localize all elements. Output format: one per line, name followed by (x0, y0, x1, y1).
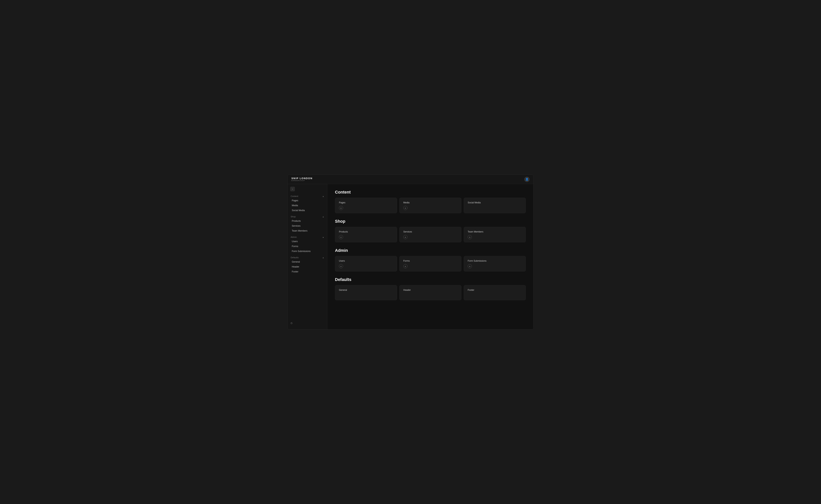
logout-button[interactable]: ⎋ (288, 320, 327, 327)
chevron-up-icon-defaults: ▲ (322, 257, 324, 259)
chevron-up-icon: ▲ (322, 195, 324, 197)
card-users-label: Users (339, 260, 393, 262)
card-pages-label: Pages (339, 201, 393, 204)
sidebar-item-social-media[interactable]: Social Media (289, 208, 326, 213)
section-shop-title: Shop (335, 219, 526, 224)
sidebar-item-products[interactable]: Products (289, 219, 326, 223)
card-services[interactable]: Services + (399, 227, 461, 242)
admin-cards-grid: Users + Forms + Form Submissions + (335, 256, 526, 271)
card-general-label: General (339, 289, 393, 291)
logout-icon: ⎋ (291, 321, 293, 325)
card-users-add-button[interactable]: + (339, 264, 343, 268)
sidebar-item-pages[interactable]: Pages (289, 198, 326, 203)
section-admin-title: Admin (335, 248, 526, 253)
card-footer[interactable]: Footer (464, 285, 526, 300)
card-forms[interactable]: Forms + (399, 256, 461, 271)
card-team-members[interactable]: Team Members + (464, 227, 526, 242)
sidebar-section-shop: Shop ▲ (288, 214, 327, 219)
card-footer-label: Footer (468, 289, 522, 291)
card-form-submissions-add-button[interactable]: + (468, 264, 472, 268)
card-services-add-button[interactable]: + (403, 235, 407, 239)
logo: SNIP LONDON BARBERSHOP (291, 177, 313, 181)
sidebar-item-media[interactable]: Media (289, 203, 326, 208)
card-products[interactable]: Products + (335, 227, 397, 242)
card-media[interactable]: Media + (399, 198, 461, 213)
sidebar-item-footer[interactable]: Footer (289, 269, 326, 274)
card-header[interactable]: Header (399, 285, 461, 300)
card-team-members-label: Team Members (468, 230, 522, 233)
sidebar-section-defaults: Defaults ▲ (288, 255, 327, 259)
card-services-label: Services (403, 230, 457, 233)
sidebar: ‹ Content ▲ Pages Media Social Media Sho… (288, 184, 327, 329)
sidebar-section-shop-label: Shop (291, 215, 296, 218)
card-pages-add-button[interactable]: + (339, 206, 343, 210)
sidebar-item-general[interactable]: General (289, 260, 326, 264)
card-form-submissions[interactable]: Form Submissions + (464, 256, 526, 271)
sidebar-section-content: Content ▲ (288, 194, 327, 198)
section-content: Content Pages + Media + Social Media (335, 190, 526, 213)
sidebar-item-header[interactable]: Header (289, 264, 326, 269)
app-layout: ‹ Content ▲ Pages Media Social Media Sho… (288, 184, 533, 329)
card-products-add-button[interactable]: + (339, 235, 343, 239)
chevron-up-icon-shop: ▲ (322, 216, 324, 218)
section-content-title: Content (335, 190, 526, 195)
content-cards-grid: Pages + Media + Social Media (335, 198, 526, 213)
card-forms-add-button[interactable]: + (403, 264, 407, 268)
chevron-up-icon-admin: ▲ (322, 236, 324, 238)
app-window: SNIP LONDON BARBERSHOP 👤 ‹ Content ▲ Pag… (288, 174, 533, 330)
card-products-label: Products (339, 230, 393, 233)
sidebar-collapse-button[interactable]: ‹ (290, 187, 295, 191)
section-shop: Shop Products + Services + Team Members … (335, 219, 526, 242)
sidebar-item-forms[interactable]: Forms (289, 244, 326, 249)
user-avatar[interactable]: 👤 (524, 177, 530, 182)
card-media-add-button[interactable]: + (403, 206, 407, 210)
section-admin: Admin Users + Forms + Form Submissions + (335, 248, 526, 271)
header: SNIP LONDON BARBERSHOP 👤 (288, 175, 533, 184)
card-general[interactable]: General (335, 285, 397, 300)
section-defaults-title: Defaults (335, 277, 526, 282)
sidebar-item-team-members[interactable]: Team Members (289, 229, 326, 233)
card-forms-label: Forms (403, 260, 457, 262)
sidebar-section-defaults-label: Defaults (291, 256, 299, 259)
shop-cards-grid: Products + Services + Team Members + (335, 227, 526, 242)
card-pages[interactable]: Pages + (335, 198, 397, 213)
sidebar-item-services[interactable]: Services (289, 224, 326, 228)
avatar-icon: 👤 (525, 178, 528, 181)
card-social-media-label: Social Media (468, 201, 522, 204)
sidebar-section-admin-label: Admin (291, 236, 297, 238)
card-team-members-add-button[interactable]: + (468, 235, 472, 239)
card-social-media[interactable]: Social Media (464, 198, 526, 213)
card-form-submissions-label: Form Submissions (468, 260, 522, 262)
defaults-cards-grid: General Header Footer (335, 285, 526, 300)
sidebar-section-content-label: Content (291, 195, 298, 197)
logo-title: SNIP LONDON (291, 177, 313, 180)
card-media-label: Media (403, 201, 457, 204)
card-users[interactable]: Users + (335, 256, 397, 271)
card-header-label: Header (403, 289, 457, 291)
sidebar-item-form-submissions[interactable]: Form Submissions (289, 249, 326, 254)
sidebar-item-users[interactable]: Users (289, 239, 326, 244)
logo-subtitle: BARBERSHOP (291, 180, 313, 181)
main-content: Content Pages + Media + Social Media (327, 184, 533, 329)
section-defaults: Defaults General Header Footer (335, 277, 526, 300)
sidebar-section-admin: Admin ▲ (288, 235, 327, 239)
